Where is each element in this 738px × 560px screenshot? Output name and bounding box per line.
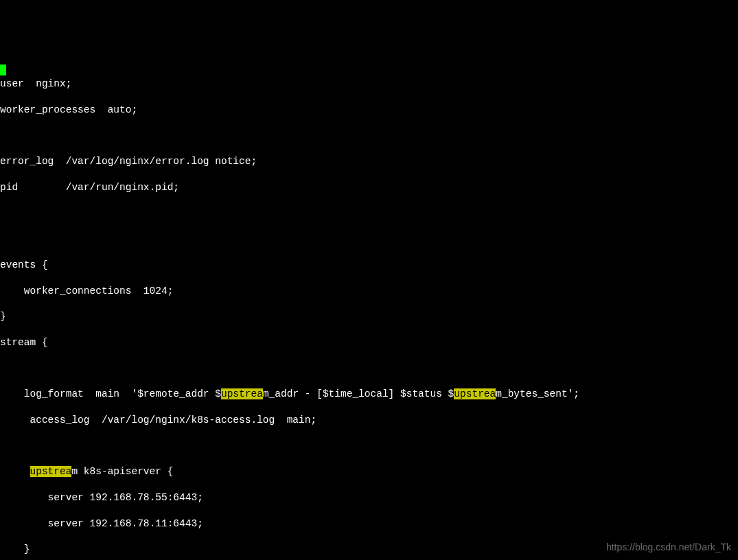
search-highlight: upstrea: [30, 466, 72, 477]
config-line: [0, 362, 738, 375]
text-segment: [0, 466, 30, 477]
config-line: pid /var/run/nginx.pid;: [0, 181, 738, 194]
watermark-text: https://blog.csdn.net/Dark_Tk: [606, 541, 731, 553]
text-segment: m k8s-apiserver {: [71, 466, 173, 477]
config-line: [0, 440, 738, 453]
config-line: server 192.168.78.11:6443;: [0, 517, 738, 530]
config-line: [0, 207, 738, 220]
config-line: error_log /var/log/nginx/error.log notic…: [0, 155, 738, 168]
config-line: [0, 233, 738, 246]
search-highlight: upstrea: [454, 388, 496, 399]
text-segment: m_addr - [$time_local] $status $: [263, 388, 454, 399]
text-segment: log_format main '$remote_addr $: [0, 388, 221, 399]
config-line: user nginx;: [0, 78, 738, 91]
config-line: stream {: [0, 336, 738, 349]
config-line: events {: [0, 259, 738, 272]
config-line: worker_processes auto;: [0, 104, 738, 117]
config-line: server 192.168.78.55:6443;: [0, 491, 738, 504]
config-line: access_log /var/log/nginx/k8s-access.log…: [0, 414, 738, 427]
config-line: log_format main '$remote_addr $upstream_…: [0, 388, 738, 401]
config-line: worker_connections 1024;: [0, 285, 738, 298]
terminal-viewport[interactable]: user nginx; worker_processes auto; error…: [0, 51, 738, 560]
text-segment: m_bytes_sent';: [496, 388, 579, 399]
config-line: [0, 129, 738, 142]
config-line: }: [0, 310, 738, 323]
search-highlight: upstrea: [221, 388, 263, 399]
terminal-cursor: [0, 65, 6, 75]
config-line: upstream k8s-apiserver {: [0, 465, 738, 478]
